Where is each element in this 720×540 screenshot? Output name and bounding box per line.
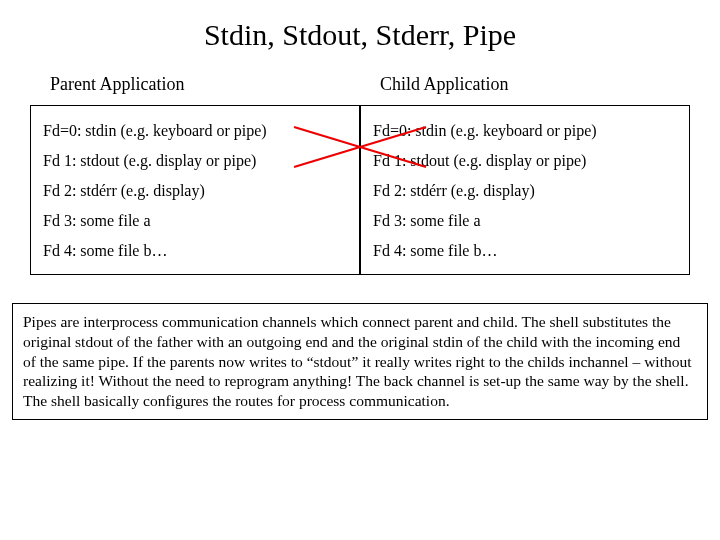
slide-title: Stdin, Stdout, Stderr, Pipe [0,0,720,62]
fd-item: Fd 3: some file a [373,206,677,236]
fd-item: Fd 2: stdérr (e.g. display) [373,176,677,206]
fd-item: Fd 4: some file b… [373,236,677,266]
child-fd-box: Fd=0: stdin (e.g. keyboard or pipe) Fd 1… [360,105,690,275]
fd-item: Fd=0: stdin (e.g. keyboard or pipe) [373,116,677,146]
fd-item: Fd 1: stdout (e.g. display or pipe) [43,146,347,176]
parent-fd-box: Fd=0: stdin (e.g. keyboard or pipe) Fd 1… [30,105,360,275]
fd-item: Fd 2: stdérr (e.g. display) [43,176,347,206]
child-column: Child Application Fd=0: stdin (e.g. keyb… [360,62,690,275]
fd-item: Fd=0: stdin (e.g. keyboard or pipe) [43,116,347,146]
parent-column: Parent Application Fd=0: stdin (e.g. key… [30,62,360,275]
fd-item: Fd 4: some file b… [43,236,347,266]
child-header: Child Application [360,62,690,105]
description-box: Pipes are interprocess communication cha… [12,303,708,420]
fd-item: Fd 1: stdout (e.g. display or pipe) [373,146,677,176]
parent-header: Parent Application [30,62,360,105]
columns-container: Parent Application Fd=0: stdin (e.g. key… [0,62,720,275]
fd-item: Fd 3: some file a [43,206,347,236]
